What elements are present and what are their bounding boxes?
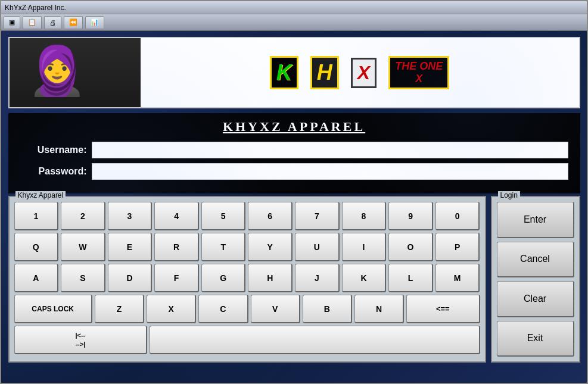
- key-i[interactable]: I: [342, 233, 387, 261]
- username-row: Username:: [20, 142, 568, 158]
- login-panel: KHYXZ APPAREL Username: Password:: [8, 113, 580, 193]
- key-5[interactable]: 5: [201, 202, 246, 230]
- title-bar-text: KhYxZ Apparel Inc.: [5, 4, 66, 12]
- logo-h: H: [310, 56, 339, 89]
- password-label: Password:: [20, 166, 92, 177]
- banner-image: [10, 37, 141, 108]
- key-b[interactable]: B: [303, 295, 352, 323]
- key-w[interactable]: W: [61, 233, 105, 261]
- banner-logos: K H X THE ONE X: [141, 50, 579, 95]
- key-q[interactable]: Q: [14, 233, 59, 261]
- key-j[interactable]: J: [295, 264, 340, 292]
- key-g[interactable]: G: [201, 264, 246, 292]
- key-8[interactable]: 8: [342, 202, 387, 230]
- app-window: KhYxZ Apparel Inc. ▣ 📋 🖨 ⏪ 📊 K H X THE O…: [0, 0, 588, 384]
- key-c[interactable]: C: [198, 295, 248, 323]
- key-a[interactable]: A: [14, 264, 59, 292]
- clear-button[interactable]: Clear: [497, 281, 574, 317]
- key-3[interactable]: 3: [108, 202, 153, 230]
- key-space[interactable]: [150, 326, 480, 354]
- key-t[interactable]: T: [201, 233, 246, 261]
- key-2[interactable]: 2: [61, 202, 105, 230]
- login-title: KHYXZ APPAREL: [20, 119, 568, 135]
- password-input[interactable]: [92, 163, 568, 180]
- key-l[interactable]: L: [388, 264, 433, 292]
- key-y[interactable]: Y: [248, 233, 293, 261]
- password-row: Password:: [20, 163, 568, 180]
- cancel-button[interactable]: Cancel: [497, 242, 574, 278]
- key-z[interactable]: Z: [95, 295, 144, 323]
- taskbar-btn-1[interactable]: ▣: [4, 16, 20, 29]
- action-group-label: Login: [498, 191, 520, 199]
- main-content: K H X THE ONE X KHYXZ APPAREL Username: …: [1, 31, 587, 383]
- key-1[interactable]: 1: [14, 202, 59, 230]
- key-p[interactable]: P: [435, 233, 480, 261]
- keyboard-group: Khyxz Apparel 1 2 3 4 5 6 7 8 9 0 Q: [8, 196, 486, 363]
- key-row-asdf: A S D F G H J K L M: [14, 264, 480, 292]
- person-image: [10, 37, 141, 108]
- key-9[interactable]: 9: [388, 202, 433, 230]
- key-h[interactable]: H: [248, 264, 293, 292]
- username-input[interactable]: [92, 142, 568, 158]
- keyboard-section: Khyxz Apparel 1 2 3 4 5 6 7 8 9 0 Q: [8, 196, 580, 363]
- key-row-caps: CAPS LOCK Z X C V B N <==: [14, 295, 480, 323]
- action-group: Login Enter Cancel Clear Exit: [491, 196, 580, 363]
- banner: K H X THE ONE X: [8, 37, 580, 108]
- key-row-qwerty: Q W E R T Y U I O P: [14, 233, 480, 261]
- key-v[interactable]: V: [251, 295, 300, 323]
- keyboard-group-label: Khyxz Apparel: [15, 191, 66, 199]
- enter-button[interactable]: Enter: [497, 202, 574, 238]
- taskbar-btn-4[interactable]: ⏪: [64, 16, 83, 29]
- taskbar: ▣ 📋 🖨 ⏪ 📊: [1, 14, 587, 31]
- key-o[interactable]: O: [388, 233, 433, 261]
- key-row-bottom: |<-- -->|: [14, 326, 480, 354]
- taskbar-btn-3[interactable]: 🖨: [44, 16, 61, 29]
- logo-theone: THE ONE X: [388, 56, 449, 89]
- key-n[interactable]: N: [354, 295, 404, 323]
- key-caps-lock[interactable]: CAPS LOCK: [14, 295, 92, 323]
- key-x[interactable]: X: [147, 295, 196, 323]
- key-4[interactable]: 4: [154, 202, 199, 230]
- key-0[interactable]: 0: [435, 202, 480, 230]
- key-e[interactable]: E: [108, 233, 153, 261]
- title-bar: KhYxZ Apparel Inc.: [1, 1, 587, 14]
- key-u[interactable]: U: [295, 233, 340, 261]
- key-r[interactable]: R: [154, 233, 199, 261]
- key-7[interactable]: 7: [295, 202, 340, 230]
- taskbar-btn-2[interactable]: 📋: [23, 16, 42, 29]
- key-s[interactable]: S: [61, 264, 105, 292]
- key-6[interactable]: 6: [248, 202, 293, 230]
- key-tab[interactable]: |<-- -->|: [14, 326, 148, 354]
- exit-button[interactable]: Exit: [497, 321, 574, 357]
- logo-x: X: [351, 58, 377, 88]
- key-d[interactable]: D: [108, 264, 153, 292]
- key-row-numbers: 1 2 3 4 5 6 7 8 9 0: [14, 202, 480, 230]
- taskbar-btn-5[interactable]: 📊: [85, 16, 104, 29]
- key-f[interactable]: F: [154, 264, 199, 292]
- logo-k: K: [270, 56, 298, 89]
- key-backspace[interactable]: <==: [406, 295, 480, 323]
- key-m[interactable]: M: [435, 264, 480, 292]
- key-k[interactable]: K: [342, 264, 387, 292]
- username-label: Username:: [20, 145, 92, 155]
